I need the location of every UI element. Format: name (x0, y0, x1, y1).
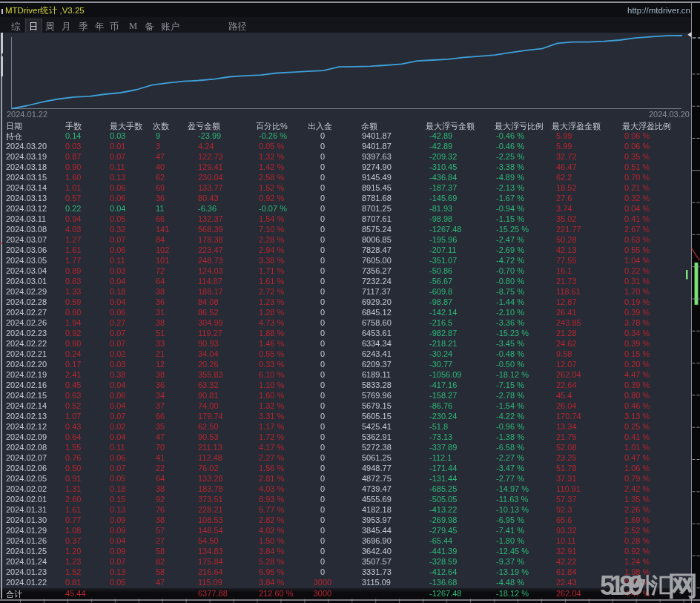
table-cell: 2.94 % (259, 246, 284, 254)
table-cell: 1.52 % (259, 183, 284, 192)
table-cell: 3642.40 (362, 547, 392, 556)
right-axis-strip (692, 3, 700, 603)
column-header[interactable]: 盈亏金额 (188, 121, 220, 132)
table-cell: 1.04 % (624, 256, 650, 265)
table-cell: 2.52 % (624, 526, 650, 535)
column-header[interactable]: 日期 (6, 121, 22, 132)
table-cell: -0.26 % (259, 131, 287, 140)
table-cell: 221.77 (556, 225, 581, 234)
column-header[interactable]: 手数 (65, 121, 82, 132)
table-cell: 70 (156, 443, 165, 452)
table-cell: 90.53 (198, 432, 219, 441)
table-cell: 0.60 (65, 308, 81, 317)
table-cell: 92.3 (556, 505, 572, 514)
table-cell: 8.93 % (259, 495, 284, 504)
statistics-table: 日期手数最大手数次数盈亏金额百分比%出入金余额最大浮亏金额最大浮亏比例最大浮盈金… (0, 0, 691, 603)
table-cell: 1.07 (65, 412, 81, 421)
table-cell: 26.41 (556, 308, 577, 317)
table-cell: 3000 (300, 578, 346, 587)
table-cell: 2024.02.22 (6, 339, 47, 348)
column-header[interactable]: 最大浮盈金额 (552, 121, 601, 132)
table-cell: 0 (300, 142, 346, 151)
table-cell: 42.22 (556, 557, 577, 566)
table-cell: 0 (300, 287, 346, 296)
table-cell: -441.39 (429, 547, 457, 556)
table-cell: 2024.01.29 (6, 526, 47, 535)
table-cell: 0.46 % (624, 401, 650, 410)
table-cell: -230.24 (429, 412, 457, 421)
table-cell: -1.44 % (496, 297, 524, 306)
table-cell: -8.75 % (496, 287, 524, 296)
table-cell: -1056.09 (429, 370, 461, 379)
table-cell: 20.26 (198, 360, 219, 369)
table-cell: 304.99 (198, 318, 223, 327)
table-cell: 1.01 % (624, 443, 650, 452)
column-header[interactable]: 最大浮亏金额 (426, 121, 475, 132)
table-cell: 0 (300, 484, 346, 493)
column-header[interactable]: 余额 (361, 121, 377, 132)
table-cell: 2024.03.14 (6, 183, 47, 192)
table-cell: 0.63 % (624, 235, 650, 244)
table-cell: 1.52 (65, 567, 81, 576)
table-cell: 0.57 (65, 194, 81, 202)
table-cell: 3.38 % (259, 256, 284, 265)
table-cell: 0 (300, 360, 346, 369)
table-cell: 1.20 (65, 547, 81, 556)
table-cell: -0.46 % (496, 131, 524, 140)
table-cell: 0 (300, 391, 346, 400)
table-cell: -0.80 % (496, 277, 524, 286)
totals-cell: 212.60 % (259, 589, 293, 598)
table-cell: 12.07 (556, 360, 577, 369)
table-cell: 6845.12 (362, 308, 392, 317)
table-cell: 0.39 % (624, 308, 650, 317)
table-cell: 0.28 % (624, 536, 650, 545)
table-cell: 0.63 (65, 391, 81, 400)
table-cell: 0.60 (65, 339, 81, 348)
column-header[interactable]: 次数 (153, 121, 169, 132)
table-cell: -609.8 (429, 287, 452, 296)
table-cell: 0.94 (65, 214, 81, 223)
table-cell: -171.44 (429, 464, 457, 472)
table-cell: 2024.03.05 (6, 256, 47, 265)
table-cell: 63.32 (198, 380, 219, 389)
table-cell: 0 (300, 536, 346, 545)
table-cell: 3 (156, 142, 160, 151)
table-cell: -10.13 % (496, 505, 529, 514)
table-cell: 0.05 % (259, 142, 284, 151)
table-cell: 188.17 (198, 287, 223, 296)
table-cell: 2024.03.20 (6, 142, 47, 151)
table-cell: 4.17 % (259, 443, 284, 452)
table-cell: 51.78 (556, 464, 577, 472)
column-header[interactable]: 百分比% (256, 121, 288, 132)
table-cell: 0.09 (110, 547, 125, 556)
table-cell: -195.96 (429, 235, 457, 244)
table-cell: 9397.63 (362, 152, 392, 161)
table-cell: 0.37 (65, 536, 81, 545)
table-cell: 6243.41 (362, 349, 392, 358)
table-cell: 8575.24 (362, 225, 392, 234)
table-cell: -0.50 % (496, 360, 524, 369)
table-cell: 80.43 (198, 194, 219, 202)
table-cell: -216.5 (429, 318, 452, 327)
column-header[interactable]: 出入金 (308, 121, 332, 132)
table-cell: -2.25 % (496, 152, 524, 161)
table-cell: 3331.73 (362, 567, 392, 576)
table-cell: 0.06 (110, 453, 125, 462)
table-cell: 3115.09 (362, 578, 391, 587)
table-cell: 93.32 (556, 526, 577, 535)
table-cell: -86.76 (429, 401, 452, 410)
table-cell: 5272.38 (362, 443, 392, 452)
table-cell: -136.68 (429, 578, 457, 587)
table-cell: -65.44 (429, 536, 452, 545)
table-cell: -2.47 % (496, 235, 524, 244)
table-cell: 2024.01.31 (6, 505, 47, 514)
column-header[interactable]: 最大浮亏比例 (495, 121, 544, 132)
table-cell: 0.14 (65, 131, 81, 140)
column-header[interactable]: 最大手数 (110, 121, 142, 132)
table-cell: 141 (156, 225, 169, 234)
table-cell: 129.41 (198, 162, 223, 171)
table-cell: -0.46 % (496, 142, 524, 151)
table-cell: 2024.03.07 (6, 235, 47, 244)
column-header[interactable]: 最大浮盈比例 (622, 121, 671, 132)
table-cell: 64 (156, 474, 165, 483)
